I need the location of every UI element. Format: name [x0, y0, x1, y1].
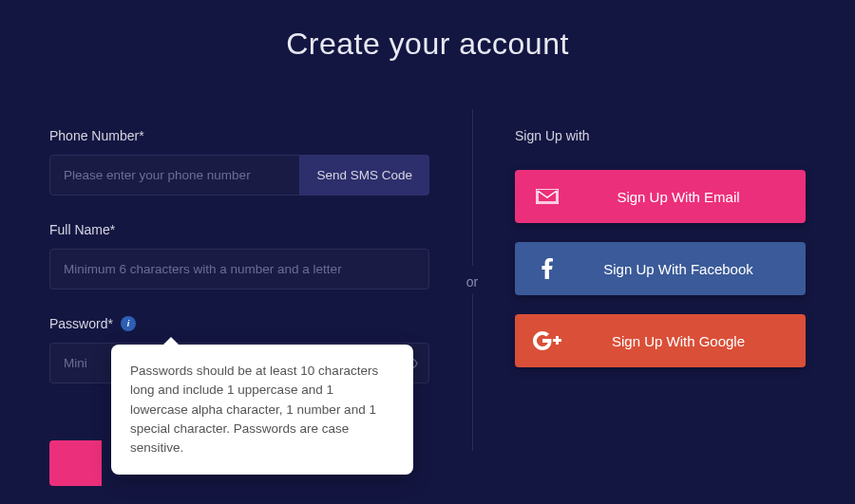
signup-facebook-button[interactable]: Sign Up With Facebook — [515, 242, 806, 295]
signup-container: Phone Number* Send SMS Code Full Name* P… — [0, 128, 855, 410]
submit-button-partial[interactable] — [49, 440, 102, 486]
password-label: Password* — [49, 316, 113, 331]
form-column: Phone Number* Send SMS Code Full Name* P… — [49, 128, 429, 410]
social-column: Sign Up with Sign Up With Email Sign Up … — [515, 128, 806, 410]
signup-heading: Sign Up with — [515, 128, 806, 143]
password-group: Password* i Passwords should be at least… — [49, 316, 429, 383]
signup-google-label: Sign Up With Google — [580, 333, 806, 349]
signup-email-label: Sign Up With Email — [580, 189, 806, 205]
signup-google-button[interactable]: Sign Up With Google — [515, 314, 806, 367]
email-icon — [515, 189, 580, 204]
phone-row: Send SMS Code — [49, 155, 429, 196]
divider-line-top — [472, 109, 473, 266]
name-label: Full Name* — [49, 222, 429, 237]
facebook-icon — [515, 258, 580, 279]
phone-input[interactable] — [49, 155, 301, 196]
password-tooltip: Passwords should be at least 10 characte… — [111, 345, 413, 475]
divider: or — [429, 128, 515, 410]
phone-label: Phone Number* — [49, 128, 429, 143]
divider-line-bottom — [472, 294, 473, 451]
fullname-input[interactable] — [49, 249, 429, 289]
send-sms-button[interactable]: Send SMS Code — [299, 155, 429, 196]
signup-facebook-label: Sign Up With Facebook — [580, 261, 806, 277]
signup-email-button[interactable]: Sign Up With Email — [515, 170, 806, 223]
google-plus-icon — [515, 331, 580, 350]
name-row — [49, 249, 429, 289]
page-title: Create your account — [0, 0, 855, 62]
or-text: or — [466, 271, 478, 293]
info-icon[interactable]: i — [121, 316, 136, 331]
